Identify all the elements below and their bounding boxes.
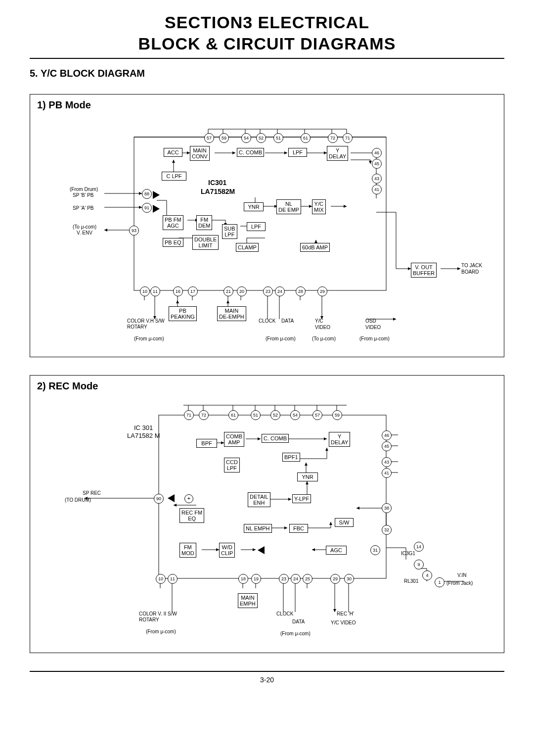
amp-icon <box>153 205 160 213</box>
pin: 43 <box>372 174 382 184</box>
block-dlimit: DOUBLE LIMIT <box>192 235 219 250</box>
ic-label2: LA71582M <box>201 188 235 196</box>
pin: 46 <box>382 430 392 440</box>
lbl-rech: REC 'H' <box>337 611 354 617</box>
pin: 21 <box>223 286 233 296</box>
block-ycmix: Y/C MIX <box>312 199 326 214</box>
pin: 17 <box>188 286 198 296</box>
pin: 32 <box>382 525 392 535</box>
lbl-tojack: TO JACK BOARD <box>461 263 482 275</box>
block-combamp: COMB AMP <box>224 432 244 447</box>
block-pbpeaking: PB PEAKING <box>169 306 197 321</box>
pin: 25 <box>303 574 312 584</box>
block-recfmeq: REC FM EQ <box>179 508 204 523</box>
pin: 1 <box>435 577 445 587</box>
lbl-rotary2: ROTARY <box>139 617 159 623</box>
block-clpf: C LPF <box>162 172 186 181</box>
pin: 91 <box>142 203 152 213</box>
block-sublpf: SUB LPF <box>222 224 237 239</box>
pin: 18 <box>238 574 248 584</box>
block-detail: DETAIL ENH <box>248 492 270 507</box>
pin: 88 <box>142 189 152 199</box>
block-60db: 60dB AMP <box>300 243 330 252</box>
footer-rule <box>30 671 504 672</box>
pin: 10 <box>156 574 166 584</box>
lbl-rl301: RL301 <box>404 578 418 585</box>
block-ynr: YNR <box>244 202 264 211</box>
pin: 90 <box>154 494 164 504</box>
pin: 30 <box>344 574 354 584</box>
amp-icon <box>153 191 160 199</box>
block-lpf2: LPF <box>247 222 266 231</box>
block-bpf: BPF <box>196 439 217 448</box>
pin: 41 <box>382 468 392 478</box>
lbl-toucom: (To μ-com) <box>73 224 96 231</box>
pin: 57 <box>204 133 214 143</box>
block-bpf1: BPF1 <box>282 453 300 462</box>
lbl-data2: DATA <box>292 619 305 625</box>
pin: 43 <box>382 457 392 467</box>
pin: 93 <box>129 226 139 236</box>
section-line2: BLOCK & CIRCUIT DIAGRAMS <box>138 34 396 53</box>
block-fmmod: FM MOD <box>179 543 196 558</box>
lbl-fromucom3: (From μ-com) <box>146 629 176 635</box>
lbl-fromucom4: (From μ-com) <box>280 631 311 637</box>
block-nlemph: NL EMPH <box>244 524 272 533</box>
pin: 61 <box>301 133 311 143</box>
pin: 29 <box>317 286 327 296</box>
block-sw: S/W <box>335 518 354 527</box>
ic-label1: IC301 <box>208 179 226 188</box>
pin: 57 <box>312 410 322 420</box>
lbl-ycvideo: Y/C VIDEO <box>315 318 330 331</box>
section-title: SECTION3 ELECTRICAL BLOCK & CIRCUIT DIAG… <box>30 12 504 54</box>
pin: 52 <box>270 410 280 420</box>
block-ccomb: C. COMB <box>237 148 264 157</box>
pin: 23 <box>263 286 273 296</box>
lbl-sprec: SP REC <box>83 490 101 497</box>
block-ynr2: YNR <box>297 472 318 481</box>
block-fmdem: FM DEM <box>196 215 212 230</box>
lbl-clock: CLOCK <box>259 318 275 325</box>
pin: 28 <box>296 286 306 296</box>
block-clamp: CLAMP <box>236 243 259 252</box>
block-ydelay2: Y DELAY <box>329 432 350 447</box>
summer-icon: + <box>184 494 193 503</box>
pin: 29 <box>330 574 340 584</box>
pin: 16 <box>173 286 183 296</box>
block-pbeq: PB EQ <box>163 238 183 247</box>
lbl-from-drum: (From Drum) <box>70 187 98 193</box>
lbl-todrum: (TO DRUM) <box>65 497 91 504</box>
block-mainemph: MAIN EMPH <box>238 593 258 608</box>
lbl-osd: OSD VIDEO <box>365 318 381 331</box>
block-pbfmagc: PB FM AGC <box>163 215 183 230</box>
block-maindeemph: MAIN DE-EMPH <box>217 306 246 321</box>
pb-mode-frame: 1) PB Mode <box>30 94 504 357</box>
block-agc: AGC <box>326 546 347 555</box>
block-main-conv: MAIN CONV <box>190 146 210 161</box>
pin: 14 <box>414 542 424 552</box>
pin: 9 <box>414 560 424 569</box>
rec-mode-title: 2) REC Mode <box>30 376 504 397</box>
page: SECTION3 ELECTRICAL BLOCK & CIRCUIT DIAG… <box>0 0 534 718</box>
lbl-vin: V.IN <box>457 572 467 579</box>
pin: 41 <box>372 185 382 194</box>
block-nldeemp: NL DE EMP <box>276 199 301 214</box>
block-fbc: FBC <box>289 524 308 533</box>
block-acc: ACC <box>164 148 182 157</box>
pin: 71 <box>343 133 353 143</box>
pb-mode-title: 1) PB Mode <box>30 94 504 116</box>
pin: 11 <box>168 574 178 584</box>
lbl-venv: V. ENV <box>77 230 92 236</box>
lbl-to-ucom2: (To μ-com) <box>312 336 336 342</box>
pin: 59 <box>219 133 229 143</box>
block-lpf: LPF <box>288 148 307 157</box>
pin: 31 <box>370 545 380 555</box>
rec-ic-label2: LA71582 M <box>127 432 160 440</box>
lbl-ic3g1: IC3G1 <box>401 551 415 557</box>
pin: 54 <box>290 410 300 420</box>
pin: 72 <box>199 410 209 420</box>
lbl-from-ucom1: (From μ-com) <box>266 336 296 342</box>
pin: 52 <box>256 133 266 143</box>
title-rule <box>30 58 504 59</box>
pin: 24 <box>291 574 301 584</box>
